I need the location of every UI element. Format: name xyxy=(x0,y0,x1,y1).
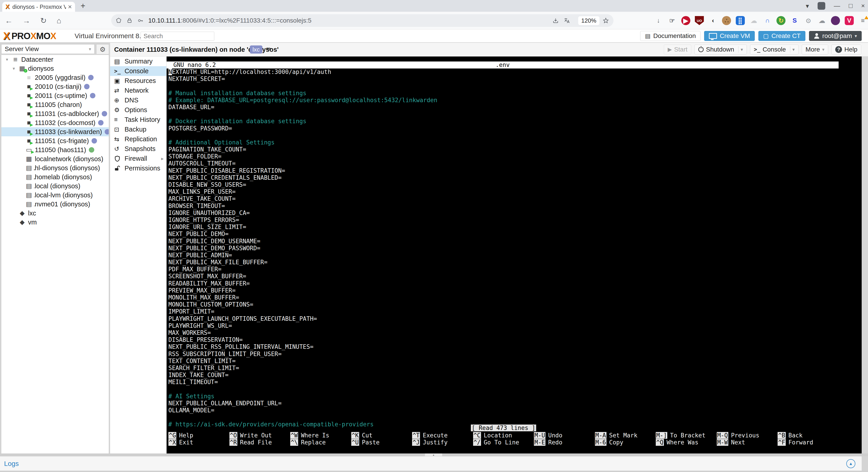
tab-title: dionysos - Proxmox Virtual Env xyxy=(12,4,66,10)
chevron-left-icon[interactable]: ‹ xyxy=(708,15,718,26)
splitter-handle[interactable]: ▴ xyxy=(425,453,442,456)
cloud-filled-icon[interactable]: ☁ xyxy=(749,15,759,26)
browser-profile-avatar[interactable] xyxy=(817,2,825,10)
user-menu-button[interactable]: root@pam ▾ xyxy=(809,31,862,41)
more-button[interactable]: More ▾ xyxy=(802,44,829,55)
tree-item-111033[interactable]: ■▶111033 (cs-linkwarden) xyxy=(1,127,109,136)
logs-expand-icon[interactable]: ▲ xyxy=(846,459,855,468)
translate-icon[interactable] xyxy=(564,18,570,24)
tree-item-20010[interactable]: ■▶20010 (cs-tianji) xyxy=(1,82,109,91)
bookmark-star-icon[interactable] xyxy=(602,18,609,24)
nav-item-resources[interactable]: ▣Resources xyxy=(110,76,166,86)
lxc-tag-badge[interactable]: lxc xyxy=(250,45,262,54)
tree-item-20005[interactable]: ■20005 (yggdrasil) xyxy=(1,73,109,82)
tree-item-vm[interactable]: ◆vm xyxy=(1,218,109,227)
console-button[interactable]: >_ Console ▾ xyxy=(750,44,799,55)
vivaldi-icon[interactable]: V xyxy=(844,15,855,26)
nav-item-network[interactable]: ⇄Network xyxy=(110,86,166,95)
documentation-button[interactable]: ▤ Documentation xyxy=(640,31,701,41)
cloud-outline-icon[interactable]: ☁ xyxy=(817,15,827,26)
tree-item-local-lvm[interactable]: ▤▫local-lvm (dionysos) xyxy=(1,191,109,199)
shield-icon[interactable] xyxy=(116,18,122,24)
nano-shortcut: M-QPrevious xyxy=(717,432,778,439)
nav-item-options[interactable]: ⚙Options xyxy=(110,105,166,115)
tree-item-111050[interactable]: ▭▶111050 (haos111) xyxy=(1,145,109,154)
url-text[interactable]: 10.10.111.1:8006/#v1:0:=lxc%2F111033:4:5… xyxy=(148,17,553,24)
ublock-origin-icon[interactable]: UO xyxy=(694,15,705,26)
video-play-icon[interactable]: ▶ xyxy=(681,15,691,26)
app-grid-icon[interactable]: ⣿ xyxy=(735,15,745,26)
nav-item-dns[interactable]: ⊕DNS xyxy=(110,95,166,105)
globe-sync-icon[interactable]: ↻ xyxy=(776,15,786,26)
terminal-line: # Example: DATABASE_URL=postgresql://use… xyxy=(168,97,437,104)
profile-circle-icon[interactable] xyxy=(830,15,841,26)
close-icon[interactable]: × xyxy=(861,2,865,9)
server-view-select[interactable]: Server View ▾ xyxy=(1,44,94,54)
tab-close-icon[interactable]: × xyxy=(68,3,72,11)
tree-item-111031[interactable]: ■▶111031 (cs-adblocker) xyxy=(1,109,109,118)
logs-label[interactable]: Logs xyxy=(4,457,19,471)
nano-shortcut: M-]To Bracket xyxy=(656,432,717,439)
zoom-level-badge[interactable]: 120% xyxy=(578,16,600,25)
nav-item-summary[interactable]: ▤Summary xyxy=(110,57,166,66)
edit-tags-pencil-icon[interactable]: ✏ xyxy=(266,45,272,53)
nav-item-firewall[interactable]: Firewall▸ xyxy=(110,154,166,163)
tree-item-local[interactable]: ▤▫local (dionysos) xyxy=(1,182,109,191)
tree-item-lxc[interactable]: ◆lxc xyxy=(1,209,109,218)
maximize-icon[interactable]: □ xyxy=(849,2,852,9)
key-icon[interactable] xyxy=(137,18,143,24)
power-ext-icon[interactable]: ⊙ xyxy=(803,15,813,26)
search-input[interactable] xyxy=(141,32,214,41)
nano-shortcut: ^CLocation xyxy=(473,432,534,439)
tree-item-nvme01[interactable]: ▤▫nvme01 (dionysos) xyxy=(1,199,109,209)
shutdown-button[interactable]: Shutdown ▾ xyxy=(694,44,747,55)
ct-running-icon: ■▶ xyxy=(24,92,33,99)
back-icon[interactable]: ← xyxy=(5,16,13,25)
tab-search-icon[interactable]: ▾ xyxy=(806,2,809,10)
menu-icon[interactable]: ≡ xyxy=(858,15,868,26)
tree-item-dionysos[interactable]: ▾▦✓dionysos xyxy=(1,64,109,73)
sidebar-settings-button[interactable]: ⚙ xyxy=(96,44,109,54)
tree-item-111051[interactable]: ■▶111051 (cs-frigate) xyxy=(1,136,109,145)
vpn-arc-icon[interactable]: ∩ xyxy=(762,15,773,26)
home-icon[interactable]: ⌂ xyxy=(57,16,61,25)
new-tab-button[interactable]: + xyxy=(78,1,88,10)
tree-item-111005[interactable]: ■▶111005 (charon) xyxy=(1,100,109,109)
tree-expand-icon[interactable]: ▾ xyxy=(10,66,18,71)
nav-item-backup[interactable]: ⊡Backup xyxy=(110,125,166,134)
downloads-icon[interactable]: ↓ xyxy=(653,15,664,26)
nav-item-permissions[interactable]: Permissions xyxy=(110,163,166,173)
tree-item-111032[interactable]: ■▶111032 (cs-docmost) xyxy=(1,118,109,127)
cookie-icon[interactable]: ∴ xyxy=(721,15,732,26)
lock-icon[interactable] xyxy=(127,18,132,24)
tree-item-localnetwork[interactable]: ▦localnetwork (dionysos) xyxy=(1,154,109,163)
start-button[interactable]: ▶ Start xyxy=(664,44,691,55)
tree-item-label: 20011 (cs-uptime) xyxy=(35,92,87,99)
console-dropdown-icon[interactable]: ▾ xyxy=(790,46,795,53)
tree-item-homelab[interactable]: ▤▪homelab (dionysos) xyxy=(1,172,109,182)
tree-item-datacenter[interactable]: ▾≡Datacenter xyxy=(1,55,109,64)
help-button[interactable]: ? Help xyxy=(831,44,861,55)
panel-splitter[interactable]: ▴ xyxy=(0,453,868,456)
pointer-gesture-icon[interactable]: ☞ xyxy=(667,15,677,26)
nav-item-snapshots[interactable]: ↺Snapshots xyxy=(110,144,166,154)
reload-icon[interactable]: ↻ xyxy=(40,16,47,25)
console-panel[interactable]: GNU nano 6.2 .env NEXTAUTH_URL=http://lo… xyxy=(166,57,862,453)
create-ct-button[interactable]: ▢ Create CT xyxy=(758,31,805,41)
shutdown-dropdown-icon[interactable]: ▾ xyxy=(738,46,743,53)
download-tray-icon[interactable] xyxy=(553,18,559,24)
browser-tab[interactable]: X dionysos - Proxmox Virtual Env × xyxy=(2,2,75,12)
tree-item-hl-dionysos[interactable]: ▤▪hl-dionysos (dionysos) xyxy=(1,163,109,172)
tree-expand-icon[interactable]: ▾ xyxy=(3,57,11,62)
address-bar[interactable]: 10.10.111.1:8006/#v1:0:=lxc%2F111033:4:5… xyxy=(111,14,614,27)
nav-item-replication[interactable]: ⇆Replication xyxy=(110,134,166,144)
s-flame-icon[interactable]: S xyxy=(789,15,800,26)
nav-item-task-history[interactable]: ≡Task History xyxy=(110,115,166,125)
tree-item-label: vm xyxy=(28,219,37,226)
minimize-icon[interactable]: — xyxy=(834,2,840,9)
tree-item-label: hl-dionysos (dionysos) xyxy=(35,164,100,172)
nav-item-console[interactable]: >_Console xyxy=(110,66,166,76)
forward-icon[interactable]: → xyxy=(23,16,30,25)
create-vm-button[interactable]: Create VM xyxy=(704,31,755,41)
tree-item-20011[interactable]: ■▶20011 (cs-uptime) xyxy=(1,91,109,100)
